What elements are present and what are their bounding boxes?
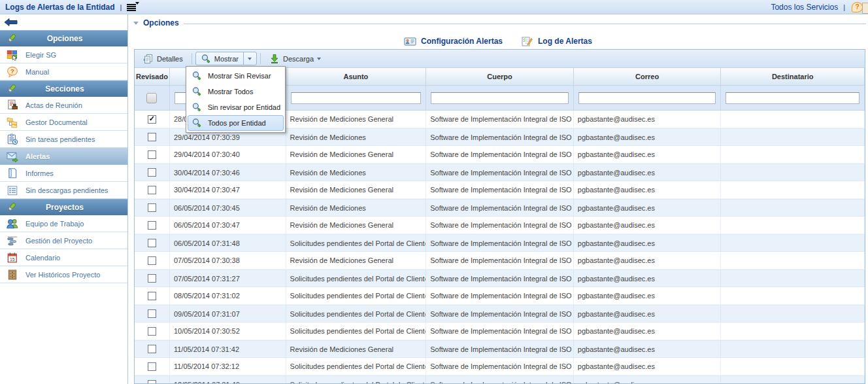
- no-pending-downloads-icon: [6, 184, 19, 196]
- column-header-revisado[interactable]: Revisado: [135, 68, 170, 85]
- sidebar-item-informes[interactable]: Informes: [0, 165, 127, 182]
- details-button[interactable]: Detalles: [138, 52, 188, 65]
- destinatario-cell: [721, 129, 865, 145]
- filter-input-correo[interactable]: [578, 92, 716, 104]
- fecha-cell: 06/05/2014 07:30:45: [170, 200, 286, 216]
- table-row[interactable]: 07/05/2014 07:31:27Solicitudes pendiente…: [135, 270, 865, 287]
- sidebar-item-gestor-documental[interactable]: Gestor Documental: [0, 114, 127, 131]
- destinatario-cell: [721, 200, 865, 216]
- asunto-cell: Revisión de Mediciones General: [286, 217, 427, 234]
- sidebar-section-secciones[interactable]: Secciones: [0, 80, 127, 97]
- menu-icon[interactable]: [127, 3, 139, 11]
- sidebar-item-alertas[interactable]: Alertas: [0, 148, 127, 165]
- column-header-correo[interactable]: Correo: [574, 68, 722, 85]
- menu-item-label: Mostrar Sin Revisar: [208, 72, 271, 80]
- fieldset-legend[interactable]: Opciones: [143, 18, 179, 27]
- show-dropdown-arrow[interactable]: [243, 52, 252, 65]
- sidebar-item-gestion-del-proyecto[interactable]: Gestión del Proyecto: [0, 232, 127, 249]
- row-checkbox[interactable]: [148, 239, 156, 247]
- table-row[interactable]: 11/05/2014 07:31:42Revisión de Medicione…: [135, 340, 865, 358]
- row-checkbox[interactable]: [148, 274, 156, 283]
- sidebar-item-actas-de-reunion[interactable]: Actas de Reunión: [0, 97, 127, 114]
- destinatario-cell: [721, 252, 865, 269]
- fecha-cell: 07/05/2014 07:30:38: [170, 252, 286, 269]
- correo-cell: pgbastante@audisec.es: [574, 341, 722, 357]
- filter-input-cuerpo[interactable]: [431, 92, 569, 104]
- sidebar-section-proyectos[interactable]: Proyectos: [0, 199, 127, 215]
- fecha-cell: 06/05/2014 07:30:47: [170, 217, 286, 234]
- calendar-icon: 15: [6, 252, 19, 264]
- help-icon[interactable]: ?: [852, 2, 863, 12]
- table-row[interactable]: 06/05/2014 07:31:48Solicitudes pendiente…: [135, 234, 865, 252]
- row-checkbox[interactable]: [148, 115, 156, 124]
- sidebar-item-label: Gestión del Proyecto: [25, 237, 92, 245]
- sidebar-item-elegir-sg[interactable]: Elegir SG: [0, 46, 127, 63]
- link-log-de-alertas[interactable]: Log de Alertas: [521, 36, 592, 47]
- select-all-checkbox[interactable]: [146, 93, 157, 103]
- fieldset-collapse-icon[interactable]: [133, 22, 139, 27]
- correo-cell: pgbastante@audisec.es: [574, 111, 722, 128]
- show-icon: [192, 86, 202, 97]
- row-checkbox[interactable]: [148, 256, 156, 265]
- sidebar-item-sin-tareas-pendientes[interactable]: Sin tareas pendientes: [0, 131, 127, 148]
- menu-item-mostrar-sin-revisar[interactable]: Mostrar Sin Revisar: [188, 68, 284, 84]
- column-header-cuerpo[interactable]: Cuerpo: [426, 68, 574, 85]
- row-checkbox[interactable]: [148, 150, 156, 159]
- destinatario-cell: [721, 376, 865, 384]
- table-row[interactable]: 30/04/2014 07:30:46Revisión de Medicione…: [135, 164, 865, 181]
- table-row[interactable]: 12/05/2014 07:31:40Solicitudes pendiente…: [135, 375, 865, 384]
- table-row[interactable]: 09/05/2014 07:31:07Solicitudes pendiente…: [135, 305, 865, 323]
- table-row[interactable]: 30/04/2014 07:30:47Revisión de Medicione…: [135, 181, 865, 199]
- row-checkbox[interactable]: [148, 362, 156, 371]
- row-checkbox[interactable]: [148, 186, 156, 194]
- table-row[interactable]: 11/05/2014 07:32:12Solicitudes pendiente…: [135, 358, 865, 375]
- sidebar-item-ver-historicos-proyecto[interactable]: Ver Históricos Proyecto: [0, 266, 127, 283]
- filter-input-asunto[interactable]: [291, 92, 422, 104]
- table-row[interactable]: 07/05/2014 07:30:38Revisión de Medicione…: [135, 252, 865, 270]
- row-checkbox[interactable]: [148, 133, 156, 141]
- table-row[interactable]: 06/05/2014 07:30:45Revisión de Medicione…: [135, 199, 865, 217]
- all-services-label[interactable]: Todos los Servicios: [771, 3, 838, 12]
- row-checkbox[interactable]: [148, 168, 156, 177]
- row-checkbox[interactable]: [148, 292, 156, 300]
- menu-item-sin-revisar-por-entidad[interactable]: Sin revisar por Entidad: [188, 99, 284, 115]
- link-label: Configuración Alertas: [421, 37, 503, 46]
- row-checkbox[interactable]: [148, 345, 156, 353]
- topbar-right: Todos los Servicios | ?: [771, 2, 863, 12]
- link-configuracion-alertas[interactable]: Configuración Alertas: [404, 36, 503, 47]
- row-checkbox[interactable]: [148, 221, 156, 230]
- sidebar-section-opciones[interactable]: Opciones: [0, 30, 127, 46]
- sidebar-item-manual[interactable]: ?Manual: [0, 63, 127, 80]
- menu-item-mostrar-todos[interactable]: Mostrar Todos: [188, 84, 284, 99]
- table-row[interactable]: 10/05/2014 07:30:52Solicitudes pendiente…: [135, 323, 865, 340]
- sidebar-item-sin-descargas-pendientes[interactable]: Sin descargas pendientes: [0, 182, 127, 199]
- row-checkbox[interactable]: [148, 309, 156, 318]
- sidebar-item-calendario[interactable]: 15Calendario: [0, 249, 127, 266]
- grid-toolbar: Detalles Mostrar Descarga: [135, 50, 865, 68]
- table-row[interactable]: 08/05/2014 07:31:02Solicitudes pendiente…: [135, 287, 865, 305]
- row-checkbox[interactable]: [148, 327, 156, 336]
- download-button-label: Descarga: [283, 55, 314, 63]
- details-icon: [143, 54, 154, 64]
- filter-input-destinatario[interactable]: [726, 92, 860, 104]
- table-row[interactable]: 29/04/2014 07:30:40Revisión de Medicione…: [135, 146, 865, 164]
- back-button[interactable]: [0, 14, 127, 30]
- row-checkbox[interactable]: [148, 380, 156, 384]
- asunto-cell: Revisión de Mediciones General: [286, 111, 427, 128]
- project-history-icon: [6, 269, 19, 281]
- sidebar-item-equipo-de-trabajo[interactable]: Equipo de Trabajo: [0, 215, 127, 232]
- column-header-destinatario[interactable]: Destinatario: [721, 68, 865, 85]
- show-icon: [201, 54, 211, 64]
- download-dropdown-arrow[interactable]: [317, 58, 321, 62]
- row-checkbox[interactable]: [148, 203, 156, 212]
- show-button[interactable]: Mostrar: [195, 52, 257, 65]
- download-button[interactable]: Descarga: [264, 52, 326, 65]
- partial-icon[interactable]: [862, 3, 868, 14]
- column-header-asunto[interactable]: Asunto: [286, 68, 427, 85]
- filter-cell-asunto: [286, 86, 427, 110]
- menu-item-todos-por-entidad[interactable]: Todos por Entidad: [188, 115, 284, 131]
- sidebar-item-label: Informes: [25, 169, 54, 177]
- fieldset-line: [184, 24, 866, 24]
- table-row[interactable]: 06/05/2014 07:30:47Revisión de Medicione…: [135, 217, 865, 234]
- fecha-cell: 29/04/2014 07:30:40: [170, 146, 286, 163]
